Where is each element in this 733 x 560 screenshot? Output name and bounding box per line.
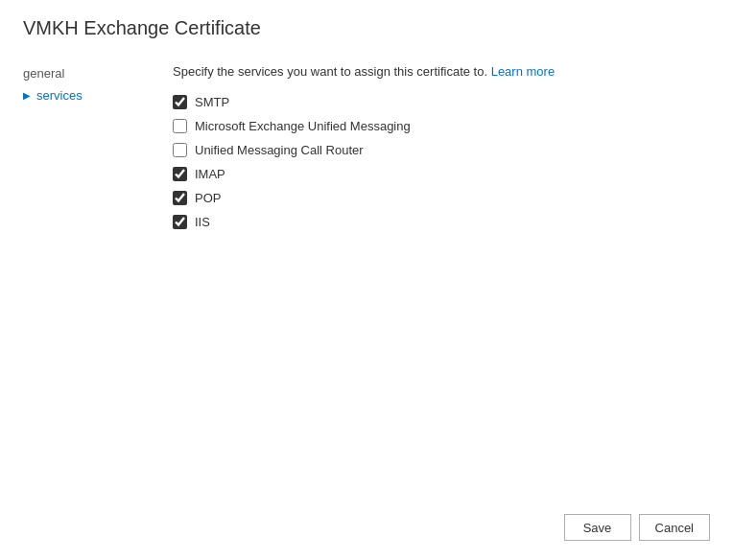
checkbox-smtp[interactable]	[173, 95, 187, 109]
description-static: Specify the services you want to assign …	[173, 64, 491, 79]
checkbox-label-imap: IMAP	[195, 167, 225, 181]
arrow-icon: ▶	[23, 90, 33, 101]
footer: Save Cancel	[0, 502, 733, 560]
checkbox-label-smtp: SMTP	[195, 95, 229, 109]
checkbox-item-umcr[interactable]: Unified Messaging Call Router	[173, 143, 710, 157]
checkbox-msexum[interactable]	[173, 119, 187, 133]
sidebar: general ▶ services	[0, 53, 154, 502]
checkbox-item-smtp[interactable]: SMTP	[173, 95, 710, 109]
page-container: VMKH Exchange Certificate general ▶ serv…	[0, 0, 733, 560]
sidebar-services-label: services	[36, 88, 83, 103]
checkbox-list: SMTPMicrosoft Exchange Unified Messaging…	[173, 95, 710, 229]
content-area: general ▶ services Specify the services …	[0, 53, 733, 502]
learn-more-link[interactable]: Learn more	[491, 64, 555, 79]
checkbox-umcr[interactable]	[173, 143, 187, 157]
sidebar-item-general: general	[23, 62, 154, 84]
checkbox-pop[interactable]	[173, 191, 187, 205]
description-text: Specify the services you want to assign …	[173, 62, 710, 82]
checkbox-label-pop: POP	[195, 191, 221, 205]
page-title: VMKH Exchange Certificate	[0, 0, 733, 53]
checkbox-imap[interactable]	[173, 167, 187, 181]
sidebar-item-services[interactable]: ▶ services	[23, 84, 154, 106]
checkbox-label-msexum: Microsoft Exchange Unified Messaging	[195, 119, 411, 133]
main-content: Specify the services you want to assign …	[154, 53, 733, 502]
checkbox-item-iis[interactable]: IIS	[173, 215, 710, 229]
checkbox-item-pop[interactable]: POP	[173, 191, 710, 205]
save-button[interactable]: Save	[564, 514, 631, 541]
checkbox-iis[interactable]	[173, 215, 187, 229]
checkbox-item-imap[interactable]: IMAP	[173, 167, 710, 181]
checkbox-label-iis: IIS	[195, 215, 210, 229]
cancel-button[interactable]: Cancel	[639, 514, 710, 541]
checkbox-item-msexum[interactable]: Microsoft Exchange Unified Messaging	[173, 119, 710, 133]
checkbox-label-umcr: Unified Messaging Call Router	[195, 143, 364, 157]
